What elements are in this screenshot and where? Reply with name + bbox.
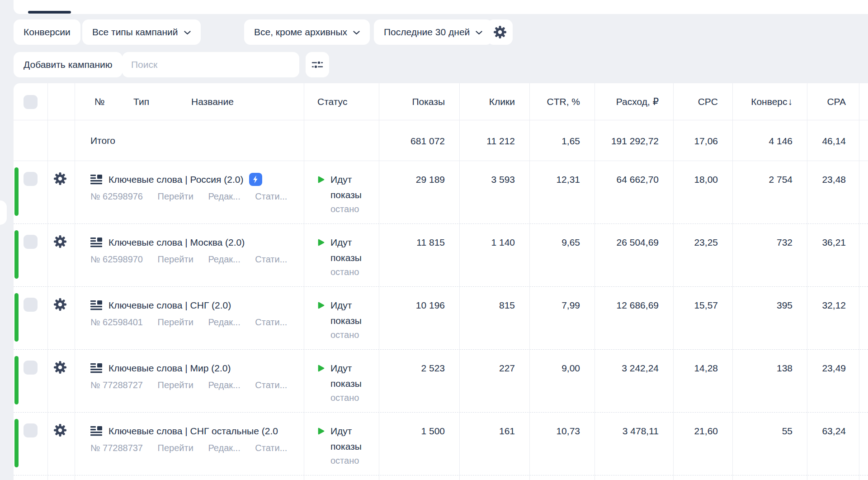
edit-link[interactable]: Редак... <box>208 254 240 264</box>
clicks-value: 815 <box>459 298 515 313</box>
top-tab-bar <box>14 0 868 14</box>
go-to-link[interactable]: Перейти <box>158 380 193 390</box>
shows-value: 29 189 <box>379 172 445 187</box>
campaign-type-icon <box>90 426 102 436</box>
row-checkbox[interactable] <box>24 235 38 249</box>
go-to-link[interactable]: Перейти <box>158 254 193 264</box>
campaign-row: Ключевые слова | СНГ остальные (2.0 № 77… <box>14 413 868 475</box>
conversions-label: Конверсии <box>24 27 71 38</box>
row-checkbox[interactable] <box>24 423 38 437</box>
go-to-link[interactable]: Перейти <box>158 443 193 453</box>
totals-shows: 681 072 <box>379 133 445 148</box>
campaign-row: Ключевые слова | Москва (2.0) № 62598970… <box>14 224 868 287</box>
add-campaign-button[interactable]: Добавить кампанию <box>14 52 123 77</box>
go-to-link[interactable]: Перейти <box>158 191 193 201</box>
campaign-name-link[interactable]: Ключевые слова | Мир (2.0) <box>108 363 231 374</box>
status-sub-text: остано <box>330 456 386 466</box>
stats-link[interactable]: Стати... <box>255 443 287 453</box>
campaign-name-link[interactable]: Ключевые слова | Москва (2.0) <box>108 237 245 248</box>
chevron-down-icon <box>476 31 482 35</box>
cost-value: 64 662,70 <box>594 172 659 187</box>
status-cell: Идут показы остано <box>317 172 386 214</box>
row-checkbox[interactable] <box>24 361 38 375</box>
stats-link[interactable]: Стати... <box>255 317 287 327</box>
row-settings-button[interactable] <box>53 171 69 186</box>
edit-link[interactable]: Редак... <box>208 443 240 453</box>
filter-settings-button[interactable] <box>306 52 329 77</box>
status-cell: Идут показы остано <box>317 298 386 340</box>
sort-desc-icon: ↓ <box>788 96 793 107</box>
gear-icon <box>53 423 67 437</box>
col-header-conversions[interactable]: Конверс ↓ <box>732 83 793 120</box>
search-box <box>122 52 299 77</box>
date-range-filter[interactable]: Последние 30 дней <box>374 19 492 45</box>
campaign-type-icon <box>90 238 102 247</box>
cpc-value: 21,60 <box>673 423 718 438</box>
col-header-clicks[interactable]: Клики <box>459 83 515 120</box>
play-icon <box>317 176 325 184</box>
campaign-cell: Ключевые слова | СНГ остальные (2.0 № 77… <box>90 423 295 453</box>
edit-link[interactable]: Редак... <box>208 317 240 327</box>
row-checkbox[interactable] <box>24 298 38 312</box>
campaign-cell: Ключевые слова | Мир (2.0) № 77288727 Пе… <box>90 361 295 390</box>
clicks-value: 1 140 <box>459 235 515 250</box>
cpc-value: 14,28 <box>673 361 718 375</box>
shows-value: 10 196 <box>379 298 445 313</box>
campaign-row: Ключевые слова | СНГ (2.0) № 62598401 Пе… <box>14 287 868 350</box>
conversions-value: 732 <box>732 235 793 250</box>
clicks-value: 227 <box>459 361 515 375</box>
campaign-id: № 62598401 <box>90 317 143 327</box>
select-all-checkbox[interactable] <box>24 95 38 109</box>
side-panel-handle[interactable] <box>0 200 7 225</box>
conversions-button[interactable]: Конверсии <box>14 19 80 45</box>
totals-cost: 191 292,72 <box>594 133 659 148</box>
campaign-id: № 77288727 <box>90 380 143 390</box>
row-checkbox[interactable] <box>24 172 38 186</box>
archive-filter[interactable]: Все, кроме архивных <box>244 19 370 45</box>
campaign-name-link[interactable]: Ключевые слова | Россия (2.0) <box>108 174 243 185</box>
col-header-num: № <box>94 83 105 120</box>
search-input[interactable] <box>122 52 299 77</box>
campaign-name-link[interactable]: Ключевые слова | СНГ остальные (2.0 <box>108 426 278 437</box>
col-header-ctr[interactable]: CTR, % <box>529 83 580 120</box>
edit-link[interactable]: Редак... <box>208 380 240 390</box>
totals-cpa: 46,14 <box>807 133 846 148</box>
status-sub-text: остано <box>330 204 386 214</box>
boost-badge[interactable] <box>249 173 262 186</box>
campaign-type-filter[interactable]: Все типы кампаний <box>82 19 201 45</box>
col-header-status: Статус <box>317 83 347 120</box>
edit-link[interactable]: Редак... <box>208 191 240 201</box>
row-settings-button[interactable] <box>53 297 69 312</box>
status-sub-text: остано <box>330 267 386 277</box>
lightning-icon <box>251 175 260 184</box>
gear-icon <box>53 172 67 185</box>
col-header-shows[interactable]: Показы <box>379 83 445 120</box>
cpc-value: 18,00 <box>673 172 718 187</box>
status-cell: Идут показы остано <box>317 423 386 466</box>
add-campaign-label: Добавить кампанию <box>24 59 113 70</box>
stats-link[interactable]: Стати... <box>255 254 287 264</box>
totals-row: Итого 681 072 11 212 1,65 191 292,72 17,… <box>14 120 868 161</box>
row-settings-button[interactable] <box>53 234 69 249</box>
shows-value: 1 500 <box>379 423 445 438</box>
settings-button[interactable] <box>487 19 513 45</box>
active-tab-indicator <box>28 11 71 14</box>
row-settings-button[interactable] <box>53 360 69 375</box>
go-to-link[interactable]: Перейти <box>158 317 193 327</box>
play-icon <box>317 427 325 435</box>
campaign-id: № 62598976 <box>90 191 143 201</box>
status-sub-text: остано <box>330 393 386 403</box>
stats-link[interactable]: Стати... <box>255 380 287 390</box>
status-cell: Идут показы остано <box>317 235 386 277</box>
row-settings-button[interactable] <box>53 423 69 438</box>
col-header-cost[interactable]: Расход, ₽ <box>594 83 659 120</box>
campaign-name-link[interactable]: Ключевые слова | СНГ (2.0) <box>108 300 231 311</box>
gear-icon <box>53 298 67 311</box>
col-header-cpa[interactable]: CPA <box>807 83 846 120</box>
campaign-active-bar <box>14 356 19 404</box>
col-header-cpc[interactable]: CPC <box>673 83 718 120</box>
status-text: Идут показы <box>330 172 373 203</box>
campaign-type-icon <box>90 175 102 185</box>
totals-label: Итого <box>90 120 115 161</box>
stats-link[interactable]: Стати... <box>255 191 287 201</box>
